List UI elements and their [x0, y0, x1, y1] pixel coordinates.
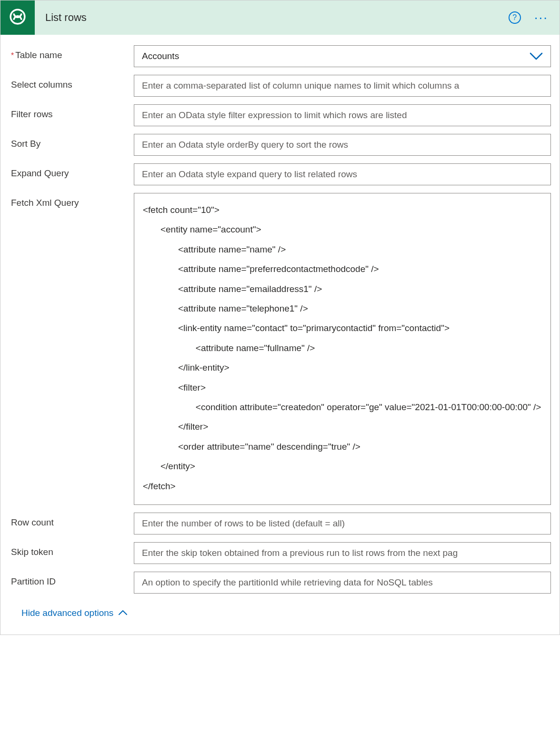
label-select-columns: Select columns [11, 75, 134, 90]
card-body: Table name Accounts Select columns Enter… [0, 35, 560, 635]
row-skip-token: Skip token Enter the skip token obtained… [11, 542, 551, 564]
row-filter-rows: Filter rows Enter an OData style filter … [11, 104, 551, 126]
row-row-count: Row count Enter the number of rows to be… [11, 513, 551, 534]
label-filter-rows: Filter rows [11, 104, 134, 120]
row-fetch-xml: Fetch Xml Query <fetch count="10"> <enti… [11, 193, 551, 505]
skip-token-input[interactable]: Enter the skip token obtained from a pre… [134, 542, 551, 564]
sort-by-input[interactable]: Enter an Odata style orderBy query to so… [134, 134, 551, 156]
help-icon[interactable]: ? [509, 11, 521, 24]
label-fetch-xml: Fetch Xml Query [11, 193, 134, 208]
chevron-up-icon [118, 608, 128, 618]
card-footer: Hide advanced options [11, 598, 551, 630]
row-table-name: Table name Accounts [11, 45, 551, 67]
action-card: List rows ? ··· Table name Accounts Sele… [0, 0, 560, 635]
connector-logo-tile [0, 0, 35, 35]
expand-query-input[interactable]: Enter an Odata style expand query to lis… [134, 163, 551, 185]
header-actions: ? ··· [509, 11, 560, 24]
label-sort-by: Sort By [11, 134, 134, 149]
row-sort-by: Sort By Enter an Odata style orderBy que… [11, 134, 551, 156]
label-skip-token: Skip token [11, 542, 134, 557]
card-title: List rows [35, 11, 509, 24]
label-table-name: Table name [11, 45, 134, 60]
row-count-input[interactable]: Enter the number of rows to be listed (d… [134, 513, 551, 534]
label-row-count: Row count [11, 513, 134, 528]
label-partition-id: Partition ID [11, 572, 134, 587]
table-name-select[interactable]: Accounts [134, 45, 551, 67]
filter-rows-input[interactable]: Enter an OData style filter expression t… [134, 104, 551, 126]
dataverse-icon [8, 7, 28, 29]
table-name-value: Accounts [142, 51, 179, 61]
more-menu-icon[interactable]: ··· [534, 11, 548, 24]
card-header: List rows ? ··· [0, 0, 560, 35]
row-select-columns: Select columns Enter a comma-separated l… [11, 75, 551, 97]
hide-advanced-options-label: Hide advanced options [21, 608, 113, 618]
row-expand-query: Expand Query Enter an Odata style expand… [11, 163, 551, 185]
select-columns-input[interactable]: Enter a comma-separated list of column u… [134, 75, 551, 97]
label-expand-query: Expand Query [11, 163, 134, 179]
partition-id-input[interactable]: An option to specify the partitionId whi… [134, 572, 551, 594]
fetch-xml-textarea[interactable]: <fetch count="10"> <entity name="account… [134, 193, 551, 505]
chevron-down-icon [530, 51, 543, 61]
hide-advanced-options-toggle[interactable]: Hide advanced options [21, 608, 128, 618]
row-partition-id: Partition ID An option to specify the pa… [11, 572, 551, 594]
